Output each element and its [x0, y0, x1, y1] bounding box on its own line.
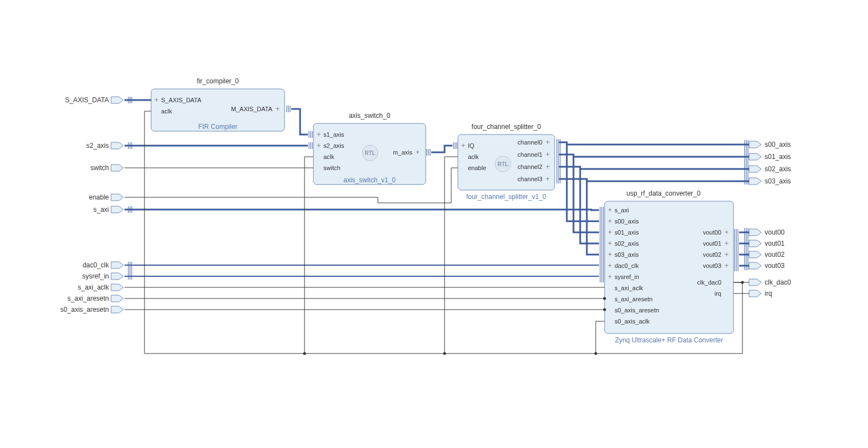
extL-8: s_axi_aresetn: [67, 295, 109, 302]
rf-pin-5: dac0_clk: [615, 262, 639, 269]
rf-po-2: vout02: [703, 251, 721, 258]
extL-7: s_axi_aclk: [78, 283, 109, 291]
svg-text:+: +: [608, 228, 612, 236]
extR-0: s00_axis: [765, 141, 791, 148]
sp-pin-iq: IQ: [468, 142, 475, 149]
extR-9: irq: [765, 290, 772, 297]
fir-inst: fir_compiler_0: [197, 77, 239, 85]
svg-text:+: +: [608, 262, 612, 270]
sw-pin-aclk: aclk: [323, 153, 335, 160]
extR-6: vout02: [765, 251, 785, 258]
svg-text:+: +: [608, 217, 612, 225]
ext-port-icon: [111, 97, 123, 313]
sp-inst: four_channel_splitter_0: [472, 123, 541, 131]
fir-pout-ma: M_AXIS_DATA: [231, 106, 273, 112]
rf-pin-7: s_axi_aclk: [615, 285, 643, 291]
svg-text:+: +: [546, 163, 550, 171]
extL-4: s_axi: [93, 206, 109, 213]
sp-pin-aclk: aclk: [468, 153, 479, 160]
rf-pin-8: s_axi_aresetn: [615, 296, 653, 302]
sw-inst: axis_switch_0: [349, 112, 391, 120]
svg-text:+: +: [317, 142, 321, 150]
extL-9: s0_axis_aresetn: [61, 306, 109, 313]
svg-point-45: [443, 352, 446, 355]
svg-text:+: +: [461, 142, 465, 150]
svg-text:+: +: [725, 228, 729, 236]
svg-text:+: +: [725, 240, 729, 247]
svg-text:+: +: [608, 273, 612, 281]
sw-type: axis_switch_v1_0: [343, 176, 396, 184]
rf-pin-9: s0_axis_aresetn: [615, 307, 659, 313]
rf-type: Zynq Ultrascale+ RF Data Converter: [615, 336, 723, 344]
extR-7: vout03: [765, 262, 785, 270]
svg-text:+: +: [317, 131, 321, 138]
rf-po-0: vout00: [703, 229, 721, 236]
sp-pin-en: enable: [468, 165, 486, 171]
svg-text:+: +: [416, 148, 420, 156]
rf-pin-1: s00_axis: [615, 218, 639, 225]
sw-pin-sw: switch: [323, 165, 341, 171]
extL-3: enable: [89, 193, 109, 201]
rf-inst: usp_rf_data_converter_0: [626, 190, 701, 197]
svg-point-47: [741, 281, 744, 284]
sp-c3: channel3: [517, 176, 542, 182]
sw-pin-s1: s1_axis: [323, 131, 345, 138]
svg-point-46: [595, 352, 597, 355]
extL-1: s2_axis: [86, 142, 109, 150]
rf-po-5: irq: [715, 290, 721, 297]
svg-point-49: [603, 308, 606, 311]
rf-pin-0: s_axi: [615, 207, 629, 213]
sp-c2: channel2: [517, 163, 542, 170]
rf-pin-4: s03_axis: [615, 251, 639, 258]
sp-c0: channel0: [517, 139, 542, 146]
svg-point-44: [303, 352, 306, 355]
extR-8: clk_dac0: [765, 278, 791, 286]
rf-po-4: clk_dac0: [697, 279, 721, 286]
rf-po-3: vout03: [703, 262, 721, 269]
sp-type: four_channel_splitter_v1_0: [466, 193, 546, 201]
extR-5: vout01: [765, 240, 785, 247]
extL-5: dac0_clk: [83, 261, 109, 269]
sp-c1: channel1: [517, 151, 542, 158]
svg-text:+: +: [725, 262, 729, 270]
svg-text:RTL: RTL: [497, 161, 508, 167]
extR-2: s02_axis: [765, 165, 791, 173]
svg-text:+: +: [608, 206, 612, 214]
rf-pin-2: s01_axis: [615, 229, 639, 236]
svg-text:+: +: [546, 151, 550, 158]
rf-pin-3: s02_axis: [615, 240, 639, 247]
svg-text:+: +: [546, 175, 550, 183]
rf-pin-6: sysref_in: [615, 273, 639, 280]
extR-1: s01_axis: [765, 153, 791, 161]
extL-2: switch: [91, 164, 109, 172]
svg-text:+: +: [154, 96, 158, 104]
rf-pin-10: s0_axis_aclk: [615, 318, 650, 325]
bus-stub-icon: [453, 142, 457, 149]
fir-type: FIR Compiler: [198, 123, 238, 131]
extL-0: S_AXIS_DATA: [65, 96, 109, 104]
sw-pin-s2: s2_axis: [323, 142, 345, 149]
extR-4: vout00: [765, 228, 785, 236]
svg-point-48: [603, 297, 606, 300]
fir-pin-aclk: aclk: [161, 108, 172, 115]
svg-text:+: +: [546, 138, 550, 146]
fir-pin-sa: S_AXIS_DATA: [161, 97, 202, 103]
svg-text:RTL: RTL: [365, 150, 375, 156]
extL-6: sysref_in: [82, 272, 109, 280]
svg-text:+: +: [608, 240, 612, 247]
bus-stub-icon: [287, 106, 290, 112]
extR-3: s03_axis: [765, 177, 791, 185]
svg-text:+: +: [725, 251, 729, 258]
svg-text:+: +: [608, 251, 612, 258]
sw-pout-m: m_axis: [393, 149, 412, 156]
ext-port-icon: [749, 141, 761, 297]
rf-po-1: vout01: [703, 240, 721, 247]
svg-text:+: +: [276, 105, 280, 113]
